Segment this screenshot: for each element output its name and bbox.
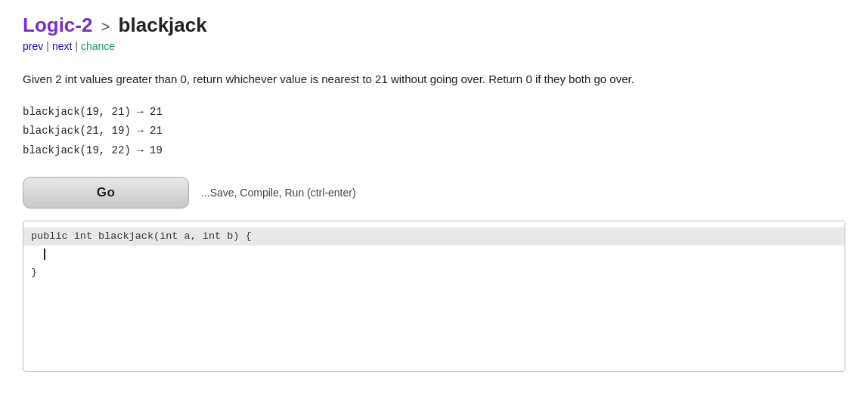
example-3-arrow: → [131, 144, 150, 156]
go-button[interactable]: Go [23, 177, 189, 209]
go-row: Go ...Save, Compile, Run (ctrl-enter) [23, 177, 845, 209]
example-2-arrow: → [131, 125, 150, 137]
code-line-1: public int blackjack(int a, int b) { [23, 227, 845, 246]
example-1-arrow: → [131, 106, 150, 118]
next-link[interactable]: next [52, 40, 72, 52]
example-3-result: 19 [150, 144, 163, 156]
nav-links: prev | next | chance [23, 40, 845, 52]
code-editor[interactable]: public int blackjack(int a, int b) { } [23, 221, 845, 372]
example-2-result: 21 [150, 125, 163, 137]
nav-sep-1: | [46, 40, 49, 52]
problem-description: Given 2 int values greater than 0, retur… [23, 70, 703, 88]
example-1: blackjack(19, 21) → 21 [23, 103, 845, 122]
example-1-call: blackjack(19, 21) [23, 106, 131, 118]
code-line-3-text: } [31, 265, 37, 280]
category-label: Logic-2 [23, 14, 92, 36]
title-separator: > [101, 18, 110, 35]
save-hint: ...Save, Compile, Run (ctrl-enter) [201, 187, 356, 199]
prev-link[interactable]: prev [23, 40, 43, 52]
chance-link[interactable]: chance [81, 40, 115, 52]
example-2: blackjack(21, 19) → 21 [23, 122, 845, 141]
example-3: blackjack(19, 22) → 19 [23, 141, 845, 160]
code-line-1-text: public int blackjack(int a, int b) { [31, 229, 252, 244]
code-line-3: } [23, 264, 845, 282]
problem-name-label: blackjack [119, 14, 207, 36]
code-line-2 [23, 246, 845, 264]
examples-section: blackjack(19, 21) → 21 blackjack(21, 19)… [23, 103, 845, 160]
example-1-result: 21 [150, 106, 163, 118]
nav-sep-2: | [75, 40, 78, 52]
page-title: Logic-2 > blackjack [23, 14, 845, 37]
example-3-call: blackjack(19, 22) [23, 144, 131, 156]
example-2-call: blackjack(21, 19) [23, 125, 131, 137]
code-cursor-line [31, 247, 45, 262]
